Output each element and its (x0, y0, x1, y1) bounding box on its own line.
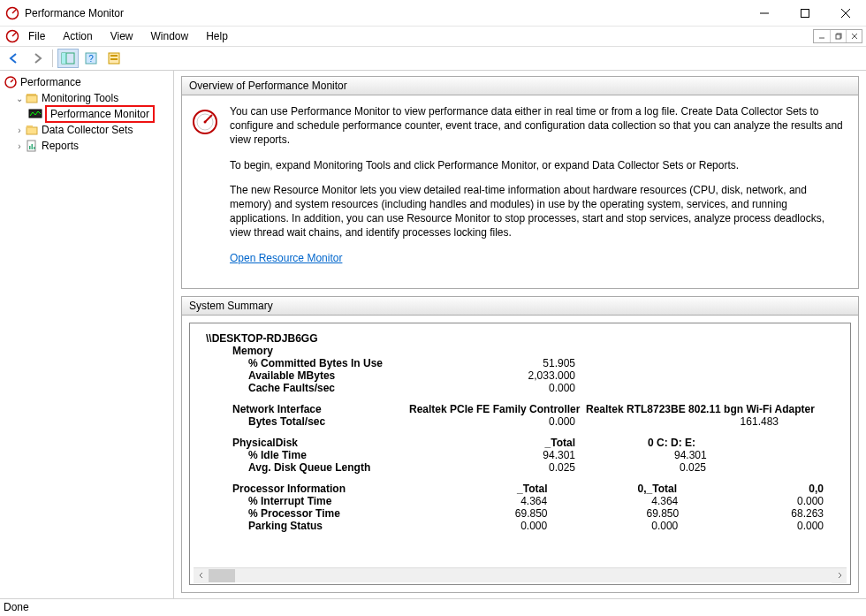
monitor-icon (28, 107, 42, 121)
overview-paragraph: You can use Performance Monitor to view … (230, 104, 846, 148)
title-bar: Performance Monitor (0, 0, 866, 27)
metric-value: 161.483 (586, 415, 789, 428)
tree-node-data-collector-sets[interactable]: › Data Collector Sets (0, 122, 173, 138)
folder-icon (25, 91, 39, 105)
tree-node-reports[interactable]: › Reports (0, 138, 173, 154)
mdi-controls (813, 29, 862, 43)
column-header: 0,_Total (638, 483, 677, 495)
minimize-button[interactable] (744, 0, 785, 27)
svg-rect-24 (27, 95, 37, 103)
refresh-button[interactable] (103, 49, 125, 68)
tree-label: Monitoring Tools (42, 92, 118, 104)
overview-paragraph: The new Resource Monitor lets you view d… (230, 183, 846, 240)
tree-node-performance[interactable]: Performance (0, 74, 173, 90)
expand-icon[interactable]: › (14, 125, 25, 135)
svg-rect-26 (27, 127, 37, 134)
tree-node-monitoring-tools[interactable]: ⌄ Monitoring Tools (0, 90, 173, 106)
content-pane: Overview of Performance Monitor You can … (174, 71, 866, 598)
system-summary-panel: System Summary \\DESKTOP-RDJB6GG Memory … (181, 296, 859, 593)
main-area: Performance ⌄ Monitoring Tools Performan… (0, 71, 866, 598)
svg-rect-31 (34, 147, 35, 149)
host-label: \\DESKTOP-RDJB6GG (206, 332, 834, 345)
svg-rect-30 (32, 144, 34, 149)
column-header: Realtek PCIe FE Family Controller (409, 403, 580, 415)
menu-help[interactable]: Help (197, 28, 237, 44)
svg-rect-10 (836, 34, 840, 39)
app-icon (5, 29, 19, 43)
metric-label: Available MBytes (248, 369, 335, 382)
metric-label: Bytes Total/sec (248, 415, 325, 428)
svg-rect-27 (27, 125, 33, 128)
properties-button[interactable]: ? (80, 49, 102, 68)
mdi-restore-button[interactable] (830, 30, 846, 42)
open-resource-monitor-link[interactable]: Open Resource Monitor (230, 252, 342, 264)
menu-window[interactable]: Window (142, 28, 198, 44)
menu-bar: File Action View Window Help (0, 27, 866, 46)
scroll-left-button[interactable] (194, 568, 209, 583)
metric-value: 0.000 (753, 520, 834, 532)
app-icon (5, 6, 19, 20)
scroll-right-button[interactable] (832, 568, 847, 583)
svg-rect-3 (801, 9, 809, 17)
status-bar: Done (0, 598, 866, 616)
system-summary-box: \\DESKTOP-RDJB6GG Memory % Committed Byt… (189, 323, 851, 585)
overview-text: You can use Performance Monitor to view … (230, 104, 846, 276)
metric-label: % Idle Time (248, 449, 307, 461)
column-header: Realtek RTL8723BE 802.11 bgn Wi-Fi Adapt… (586, 403, 815, 415)
show-hide-tree-button[interactable] (57, 49, 79, 68)
metric-value: 4.364 (558, 495, 752, 507)
mdi-minimize-button[interactable] (814, 30, 830, 42)
maximize-button[interactable] (785, 0, 825, 27)
collapse-icon[interactable]: ⌄ (14, 94, 25, 103)
metric-value: 69.850 (558, 507, 753, 520)
close-button[interactable] (825, 0, 866, 27)
perfmon-icon (4, 75, 18, 89)
metric-value: 69.850 (396, 507, 558, 520)
column-header: 0,0 (809, 483, 824, 495)
metric-value: 2,033.000 (409, 369, 586, 382)
mdi-close-button[interactable] (846, 30, 862, 42)
metric-value: 4.364 (395, 495, 558, 507)
metric-label: Parking Status (248, 520, 323, 532)
metric-value: 94.301 (409, 449, 586, 461)
collector-icon (25, 123, 39, 137)
metric-value: 0.000 (409, 415, 586, 428)
metric-value: 0.000 (558, 520, 752, 532)
system-summary-title: System Summary (182, 297, 858, 316)
menu-action[interactable]: Action (54, 28, 101, 44)
scroll-thumb[interactable] (209, 569, 235, 582)
metric-value: 0.025 (409, 461, 586, 474)
svg-point-35 (204, 121, 207, 124)
toolbar-separator (52, 49, 53, 67)
metric-value: 94.301 (586, 449, 789, 461)
forward-button[interactable] (27, 49, 48, 68)
svg-rect-14 (62, 53, 66, 64)
navigation-tree[interactable]: Performance ⌄ Monitoring Tools Performan… (0, 71, 174, 598)
svg-rect-19 (110, 55, 118, 57)
metric-label: Cache Faults/sec (248, 382, 335, 394)
toolbar: ? (0, 46, 866, 71)
metric-value: 0.000 (395, 520, 558, 532)
tree-label: Performance Monitor (45, 105, 155, 123)
metric-value: 0.000 (753, 495, 834, 507)
tree-node-performance-monitor[interactable]: Performance Monitor (0, 106, 173, 122)
processor-heading: Processor Information (206, 483, 395, 495)
tree-label: Reports (42, 140, 79, 152)
column-header: 0 C: D: E: (648, 437, 695, 449)
svg-rect-29 (29, 146, 31, 149)
disk-heading: PhysicalDisk (206, 437, 409, 449)
status-text: Done (4, 601, 29, 613)
metric-label: % Committed Bytes In Use (248, 357, 383, 369)
memory-heading: Memory (206, 345, 409, 357)
column-header: _Total (517, 483, 547, 495)
menu-view[interactable]: View (102, 28, 142, 44)
back-button[interactable] (4, 49, 25, 68)
perfmon-large-icon (191, 108, 219, 136)
menu-file[interactable]: File (19, 28, 54, 44)
tree-label: Performance (20, 76, 81, 88)
metric-value: 0.000 (409, 382, 586, 394)
column-header: _Total (545, 437, 575, 449)
overview-paragraph: To begin, expand Monitoring Tools and cl… (230, 158, 846, 172)
horizontal-scrollbar[interactable] (194, 567, 847, 582)
expand-icon[interactable]: › (14, 141, 25, 151)
